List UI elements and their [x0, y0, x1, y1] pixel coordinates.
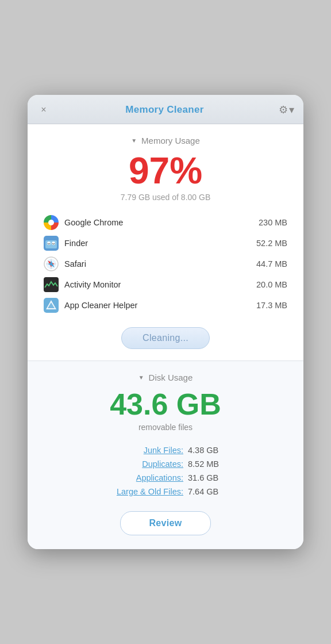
- list-item: Large & Old Files: 7.64 GB: [44, 485, 287, 499]
- duplicates-link[interactable]: Duplicates:: [109, 459, 183, 469]
- disk-section: ▼ Disk Usage 43.6 GB removable files Jun…: [28, 361, 303, 549]
- list-item: Google Chrome 230 MB: [44, 212, 287, 233]
- app-name: App Cleaner Helper: [64, 301, 251, 310]
- activity-monitor-icon: [44, 277, 59, 292]
- safari-icon: [44, 256, 59, 271]
- review-button-wrapper: Review: [44, 511, 287, 535]
- app-list: Google Chrome 230 MB Finder 52.2 MB: [44, 212, 287, 316]
- memory-section-label: Memory Usage: [141, 136, 200, 145]
- list-item: Activity Monitor 20.0 MB: [44, 274, 287, 295]
- app-name: Activity Monitor: [64, 280, 251, 289]
- disk-amount: 43.6 GB: [44, 389, 287, 419]
- disk-list: Junk Files: 4.38 GB Duplicates: 8.52 MB …: [44, 443, 287, 499]
- settings-button[interactable]: ⚙▾: [279, 103, 294, 116]
- finder-icon: [44, 236, 59, 251]
- memory-section: ▼ Memory Usage 97% 7.79 GB used of 8.00 …: [28, 124, 303, 361]
- junk-files-value: 4.38 GB: [188, 446, 222, 455]
- gear-icon: ⚙: [279, 103, 288, 116]
- chevron-down-icon: ▾: [289, 103, 294, 116]
- memory-usage-detail: 7.79 GB used of 8.00 GB: [44, 193, 287, 202]
- app-window: × Memory Cleaner ⚙▾ ▼ Memory Usage 97% 7…: [28, 95, 303, 549]
- svg-point-3: [52, 241, 55, 245]
- app-name: Google Chrome: [64, 218, 253, 227]
- list-item: Applications: 31.6 GB: [44, 471, 287, 485]
- app-name: Safari: [64, 259, 251, 269]
- titlebar: × Memory Cleaner ⚙▾: [28, 95, 303, 124]
- applications-value: 31.6 GB: [188, 473, 222, 482]
- app-size: 230 MB: [259, 218, 287, 227]
- list-item: Junk Files: 4.38 GB: [44, 443, 287, 457]
- cleaning-button-wrapper: Cleaning...: [44, 327, 287, 349]
- disk-section-label: Disk Usage: [149, 373, 193, 382]
- list-item: Finder 52.2 MB: [44, 233, 287, 254]
- disk-sub-label: removable files: [44, 423, 287, 432]
- memory-section-header: ▼ Memory Usage: [44, 136, 287, 145]
- cleaning-button[interactable]: Cleaning...: [121, 327, 210, 349]
- app-size: 44.7 MB: [256, 259, 287, 269]
- svg-point-2: [47, 241, 51, 245]
- close-button[interactable]: ×: [37, 103, 51, 117]
- memory-percent: 97%: [44, 152, 287, 189]
- applications-link[interactable]: Applications:: [109, 473, 183, 482]
- large-old-files-link[interactable]: Large & Old Files:: [109, 487, 183, 496]
- window-title: Memory Cleaner: [125, 104, 203, 116]
- svg-rect-1: [45, 240, 57, 248]
- chrome-icon: [44, 215, 59, 230]
- app-size: 52.2 MB: [256, 239, 287, 248]
- app-cleaner-helper-icon: [44, 298, 59, 313]
- large-old-files-value: 7.64 GB: [188, 487, 222, 496]
- junk-files-link[interactable]: Junk Files:: [109, 446, 183, 455]
- list-item: App Cleaner Helper 17.3 MB: [44, 295, 287, 316]
- app-size: 20.0 MB: [256, 280, 287, 289]
- app-size: 17.3 MB: [256, 301, 287, 310]
- duplicates-value: 8.52 MB: [188, 459, 222, 469]
- list-item: Safari 44.7 MB: [44, 254, 287, 274]
- collapse-triangle-icon[interactable]: ▼: [138, 374, 144, 381]
- app-name: Finder: [64, 239, 251, 248]
- list-item: Duplicates: 8.52 MB: [44, 457, 287, 471]
- disk-section-header: ▼ Disk Usage: [44, 373, 287, 382]
- collapse-triangle-icon[interactable]: ▼: [131, 137, 137, 144]
- review-button[interactable]: Review: [120, 511, 211, 535]
